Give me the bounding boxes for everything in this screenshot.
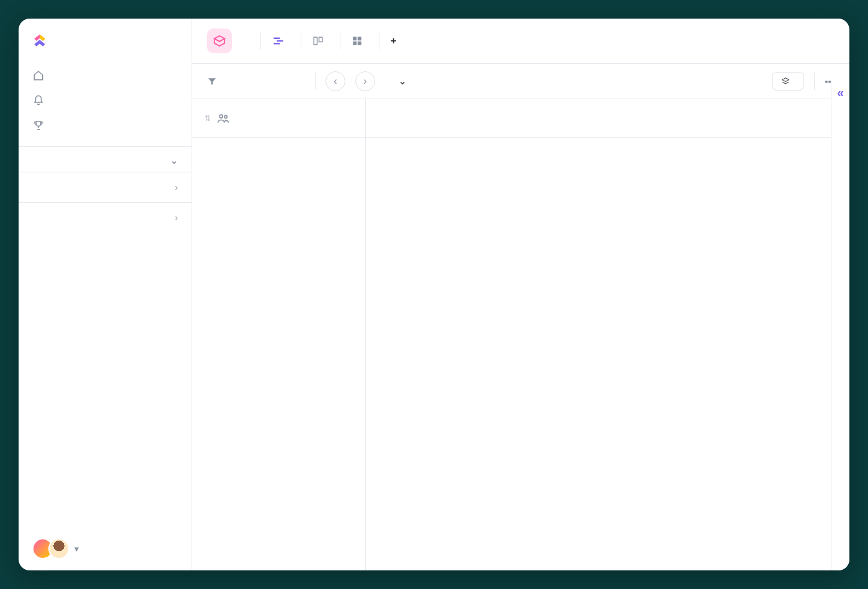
toolbar: ‹ › ⌄ ••• (192, 64, 849, 99)
board-icon (312, 35, 324, 46)
group-by-button[interactable] (772, 72, 804, 91)
docs-section[interactable]: › (19, 202, 192, 232)
collapse-rail-button[interactable]: « (837, 86, 844, 100)
separator (379, 32, 379, 50)
plus-icon: + (391, 35, 396, 46)
main-panel: + ‹ › ⌄ ••• (192, 19, 849, 570)
separator (814, 73, 815, 90)
box-icon (352, 35, 363, 46)
svg-point-6 (219, 115, 223, 118)
range-select[interactable]: ⌄ (395, 76, 407, 87)
svg-point-7 (224, 115, 227, 118)
timeline-icon (272, 35, 285, 47)
header-bar: + (192, 19, 849, 64)
nav-notifications[interactable] (19, 88, 192, 113)
prev-button[interactable]: ‹ (326, 71, 345, 91)
svg-rect-0 (314, 37, 317, 45)
trophy-icon (32, 119, 45, 131)
add-view-button[interactable]: + (391, 35, 400, 46)
primary-nav (19, 61, 192, 146)
svg-rect-3 (358, 37, 361, 40)
sidebar: ⌄ › › ▾ (19, 19, 192, 570)
svg-rect-1 (319, 37, 322, 42)
nav-home[interactable] (19, 63, 192, 88)
sort-icon: ⇅ (205, 114, 211, 123)
separator (301, 32, 301, 50)
svg-rect-4 (353, 42, 356, 45)
caret-down-icon: ▾ (74, 544, 79, 554)
layers-icon (781, 77, 790, 86)
next-button[interactable]: › (355, 71, 375, 91)
timeline-body (192, 138, 849, 570)
home-icon (32, 69, 45, 82)
filter-button[interactable] (207, 76, 221, 86)
assignee-column (192, 138, 366, 570)
filter-icon (207, 76, 217, 86)
app-window: ⌄ › › ▾ (19, 19, 849, 570)
dashboards-section[interactable]: › (19, 172, 192, 202)
nav-goals[interactable] (19, 113, 192, 138)
clickup-logo-icon (31, 32, 48, 50)
chevron-right-icon: › (175, 213, 178, 223)
svg-rect-5 (358, 42, 361, 45)
sidebar-footer[interactable]: ▾ (19, 527, 192, 570)
timeline-scale (366, 99, 849, 137)
user-avatar[interactable] (48, 538, 69, 559)
svg-rect-2 (353, 37, 356, 40)
project-icon[interactable] (207, 29, 232, 53)
spaces-heading[interactable]: ⌄ (19, 146, 192, 172)
separator (260, 32, 261, 50)
right-rail: « (831, 81, 849, 570)
bell-icon (32, 94, 45, 107)
timeline-header: ⇅ (192, 99, 849, 138)
brand[interactable] (19, 19, 192, 61)
view-tab-timeline[interactable] (272, 35, 290, 47)
separator (340, 32, 340, 50)
view-tab-box[interactable] (352, 35, 368, 46)
chevron-left-icon: ‹ (334, 76, 337, 87)
separator (315, 73, 316, 90)
assignees-column-header[interactable]: ⇅ (192, 99, 366, 137)
view-tab-board[interactable] (312, 35, 329, 46)
chevron-right-icon: › (363, 76, 366, 87)
chevron-down-icon: ⌄ (170, 156, 178, 166)
people-icon (217, 112, 229, 125)
chevron-down-icon: ⌄ (399, 76, 407, 87)
chevron-right-icon: › (175, 182, 178, 192)
bars-column[interactable] (366, 138, 849, 570)
